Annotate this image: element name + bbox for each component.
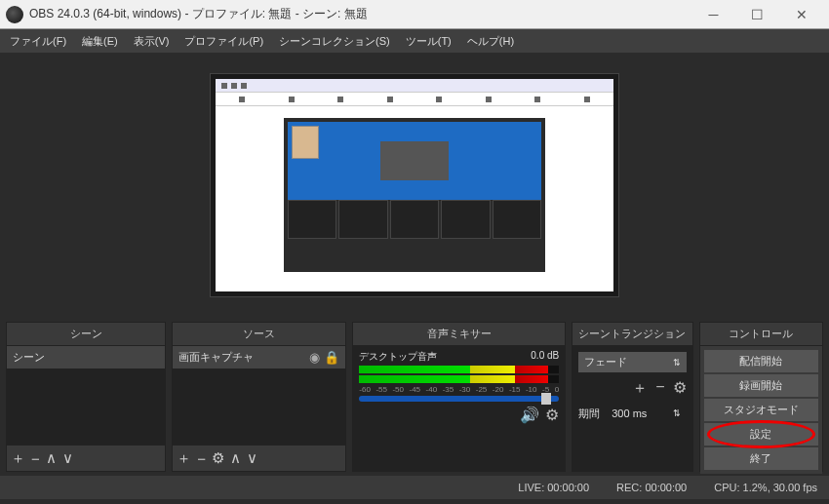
visibility-icon[interactable]: ◉: [309, 350, 320, 365]
studio-mode-button[interactable]: スタジオモード: [704, 399, 818, 421]
lock-icon[interactable]: 🔒: [324, 350, 339, 365]
remove-scene-icon[interactable]: −: [31, 450, 40, 467]
add-scene-icon[interactable]: ＋: [11, 449, 25, 468]
mixer-gear-icon[interactable]: ⚙: [545, 406, 559, 424]
scenes-header: シーン: [7, 323, 165, 346]
remove-source-icon[interactable]: −: [197, 450, 206, 467]
status-live: LIVE: 00:00:00: [518, 482, 589, 493]
window-title: OBS 24.0.3 (64-bit, windows) - プロファイル: 無…: [29, 6, 691, 22]
menu-scenecollection[interactable]: シーンコレクション(S): [273, 32, 396, 51]
add-transition-icon[interactable]: ＋: [632, 378, 648, 399]
audio-meter-2: [359, 375, 559, 383]
duration-value: 300 ms: [612, 407, 647, 419]
menubar: ファイル(F) 編集(E) 表示(V) プロファイル(P) シーンコレクション(…: [0, 29, 829, 53]
sources-dock: ソース 画面キャプチャ ◉ 🔒 ＋ − ⚙ ∧ ∨: [172, 322, 346, 472]
controls-header: コントロール: [700, 323, 822, 346]
speaker-icon[interactable]: 🔊: [520, 406, 539, 424]
duration-label: 期間: [578, 407, 600, 421]
minimize-button[interactable]: ─: [691, 1, 735, 28]
transition-gear-icon[interactable]: ⚙: [673, 378, 687, 399]
source-down-icon[interactable]: ∨: [247, 449, 257, 467]
scene-item[interactable]: シーン: [7, 346, 165, 368]
settings-button[interactable]: 設定: [704, 423, 818, 446]
mixer-track-db: 0.0 dB: [531, 350, 559, 364]
volume-slider[interactable]: [359, 396, 559, 402]
menu-file[interactable]: ファイル(F): [4, 32, 72, 51]
source-up-icon[interactable]: ∧: [230, 449, 241, 467]
menu-profile[interactable]: プロファイル(P): [178, 32, 269, 51]
chevron-up-down-icon: ⇅: [673, 358, 681, 368]
start-record-button[interactable]: 録画開始: [704, 374, 818, 397]
transitions-header: シーントランジション: [572, 323, 691, 346]
menu-help[interactable]: ヘルプ(H): [461, 32, 520, 51]
start-stream-button[interactable]: 配信開始: [704, 350, 818, 372]
status-rec: REC: 00:00:00: [616, 482, 687, 493]
exit-button[interactable]: 終了: [704, 447, 818, 470]
status-cpu: CPU: 1.2%, 30.00 fps: [714, 482, 817, 493]
menu-edit[interactable]: 編集(E): [76, 32, 124, 51]
preview-canvas[interactable]: [210, 73, 619, 297]
maximize-button[interactable]: ☐: [735, 1, 779, 28]
transition-selected: フェード: [584, 355, 627, 369]
scene-down-icon[interactable]: ∨: [62, 449, 73, 467]
source-settings-icon[interactable]: ⚙: [212, 449, 224, 467]
remove-transition-icon[interactable]: −: [655, 378, 664, 399]
mixer-header: 音声ミキサー: [353, 323, 565, 346]
obs-logo-icon: [6, 6, 23, 23]
meter-ticks: -60-55-50-45-40-35-30-25-20-15-10-50: [359, 385, 559, 394]
scene-up-icon[interactable]: ∧: [46, 449, 57, 467]
controls-dock: コントロール 配信開始 録画開始 スタジオモード 設定 終了: [699, 322, 823, 472]
status-bar: LIVE: 00:00:00 REC: 00:00:00 CPU: 1.2%, …: [0, 476, 829, 499]
titlebar: OBS 24.0.3 (64-bit, windows) - プロファイル: 無…: [0, 0, 829, 29]
source-item[interactable]: 画面キャプチャ ◉ 🔒: [173, 346, 345, 368]
docks-row: シーン シーン ＋ − ∧ ∨ ソース 画面キャプチャ ◉ 🔒 ＋: [0, 318, 829, 476]
scenes-dock: シーン シーン ＋ − ∧ ∨: [6, 322, 166, 472]
sources-header: ソース: [173, 323, 345, 346]
mixer-track-name: デスクトップ音声: [359, 350, 437, 364]
menu-tools[interactable]: ツール(T): [400, 32, 457, 51]
menu-view[interactable]: 表示(V): [128, 32, 176, 51]
spinner-icon[interactable]: ⇅: [673, 408, 681, 418]
duration-spinbox[interactable]: 300 ms ⇅: [606, 405, 686, 422]
source-item-label: 画面キャプチャ: [178, 350, 254, 365]
scene-item-label: シーン: [13, 350, 45, 365]
transitions-dock: シーントランジション フェード ⇅ ＋ − ⚙ 期間 300 ms ⇅: [572, 322, 692, 472]
transition-select[interactable]: フェード ⇅: [578, 352, 686, 372]
preview-area: [0, 53, 829, 318]
close-button[interactable]: ✕: [779, 1, 823, 28]
audio-mixer-dock: 音声ミキサー デスクトップ音声 0.0 dB -60-55-50-45-40-3…: [352, 322, 566, 472]
add-source-icon[interactable]: ＋: [177, 449, 191, 468]
audio-meter: [359, 366, 559, 373]
